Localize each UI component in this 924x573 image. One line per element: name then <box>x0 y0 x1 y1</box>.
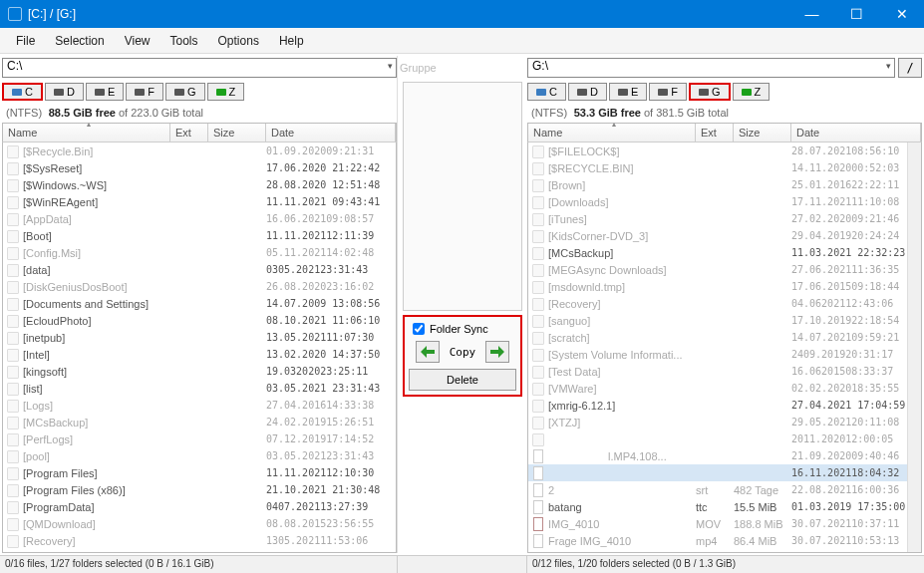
list-item[interactable]: [Intel]13.02.2020 14:37:50 <box>3 346 396 363</box>
folder-icon <box>532 314 544 328</box>
col-name[interactable]: Name▴ <box>528 124 696 142</box>
drive-button-e[interactable]: E <box>609 83 647 101</box>
list-item[interactable]: [Downloads]17.11.202111:10:08 <box>528 193 921 210</box>
close-button[interactable]: ✕ <box>879 0 924 28</box>
folder-sync-checkbox-row[interactable]: Folder Sync <box>409 323 516 335</box>
folder-icon <box>532 382 544 396</box>
drive-button-g[interactable]: G <box>165 83 205 101</box>
list-item[interactable]: [XTZJ]29.05.202120:11:08 <box>528 414 921 430</box>
folder-icon <box>7 348 19 362</box>
drive-button-d[interactable]: D <box>568 83 607 101</box>
list-item[interactable]: batangttc15.5 MiB01.03.2019 17:35:00 <box>528 498 921 515</box>
right-list-header: Name▴ Ext Size Date <box>527 123 922 143</box>
list-item[interactable]: [DiskGeniusDosBoot]26.08.202023:16:02 <box>3 278 396 295</box>
folder-icon <box>7 365 19 379</box>
col-date[interactable]: Date <box>266 124 396 142</box>
list-item[interactable]: [Recovery]04.06202112:43:06 <box>528 295 921 312</box>
folder-icon <box>7 331 19 345</box>
list-item[interactable]: [Logs]27.04.201614:33:38 <box>3 397 396 414</box>
list-item[interactable]: [Recovery]1305.202111:53:06 <box>3 532 396 549</box>
folder-sync-checkbox[interactable] <box>413 323 425 335</box>
col-date[interactable]: Date <box>791 124 921 142</box>
list-item[interactable]: l.MP4.108...21.09.202009:40:46 <box>528 447 921 464</box>
list-item[interactable]: [Boot]11.11.202112:11:39 <box>3 227 396 244</box>
drive-button-g[interactable]: G <box>689 83 731 101</box>
list-item[interactable]: [$WinREAgent]11.11.2021 09:43:41 <box>3 193 396 210</box>
list-item[interactable]: [Program Files]11.11.202112:10:30 <box>3 464 396 481</box>
list-item[interactable]: [xmrig-6.12.1]27.04.2021 17:04:59 <box>528 397 921 414</box>
drive-button-c[interactable]: C <box>527 83 566 101</box>
list-item[interactable]: [list]03.05.2021 23:31:43 <box>3 380 396 397</box>
list-item[interactable]: [data]0305.202123:31:43 <box>3 261 396 278</box>
menu-file[interactable]: File <box>6 30 45 52</box>
col-size[interactable]: Size <box>208 124 266 142</box>
minimize-button[interactable]: — <box>789 0 834 28</box>
list-item[interactable]: [$FILELOCK$]28.07.202108:56:10 <box>528 143 921 159</box>
delete-button[interactable]: Delete <box>409 369 516 391</box>
list-item[interactable]: [QMDownload]08.08.201523:56:55 <box>3 515 396 532</box>
drive-button-d[interactable]: D <box>45 83 84 101</box>
menu-tools[interactable]: Tools <box>160 30 208 52</box>
list-item[interactable]: [$Windows.~WS]28.08.2020 12:51:48 <box>3 176 396 193</box>
file-icon <box>532 500 544 514</box>
list-item[interactable]: [System Volume Informati...2409.201920:3… <box>528 346 921 363</box>
list-item[interactable]: [Brown]25.01.201622:22:11 <box>528 176 921 193</box>
list-item[interactable]: [Documents and Settings]14.07.2009 13:08… <box>3 295 396 312</box>
list-item[interactable]: [PerfLogs]07.12.201917:14:52 <box>3 430 396 447</box>
list-item[interactable]: [kingsoft]19.03202023:25:11 <box>3 363 396 380</box>
statusbar: 0/16 files, 1/27 folders selected (0 B /… <box>0 555 924 573</box>
right-path-combo[interactable]: G:\ ▾ <box>527 58 895 78</box>
list-item[interactable]: 2srt482 Tage22.08.202116:00:36 <box>528 481 921 498</box>
list-item[interactable]: [pool]03.05.202123:31:43 <box>3 447 396 464</box>
menu-view[interactable]: View <box>115 30 160 52</box>
menu-options[interactable]: Options <box>208 30 269 52</box>
copy-right-button[interactable] <box>485 341 509 363</box>
list-item[interactable]: [$SysReset]17.06.2020 21:22:42 <box>3 159 396 176</box>
col-size[interactable]: Size <box>734 124 791 142</box>
list-item[interactable]: IMG_4010MOV188.8 MiB30.07.202110:37:11 <box>528 515 921 532</box>
list-item[interactable]: [Config.Msi]05.11.202114:02:48 <box>3 244 396 261</box>
list-item[interactable]: [$RECYCLE.BIN]14.11.202000:52:03 <box>528 159 921 176</box>
left-path-combo[interactable]: C:\ ▾ <box>2 58 397 78</box>
list-item[interactable]: [EcloudPhoto]08.10.2021 11:06:10 <box>3 312 396 329</box>
copy-left-button[interactable] <box>416 341 440 363</box>
maximize-button[interactable]: ☐ <box>834 0 879 28</box>
drive-button-z[interactable]: Z <box>733 83 770 101</box>
list-item[interactable]: Frage IMG_4010mp486.4 MiB30.07.202110:53… <box>528 532 921 549</box>
list-item[interactable]: 2011.202012:00:05 <box>528 430 921 447</box>
list-item[interactable]: [scratch]14.07.202109:59:21 <box>528 329 921 346</box>
list-item[interactable]: [iTunes]27.02.202009:21:46 <box>528 210 921 227</box>
list-item[interactable]: 16.11.202118:04:32 <box>528 464 921 481</box>
list-item[interactable]: [Test Data]16.06201508:33:37 <box>528 363 921 380</box>
list-item[interactable]: [inetpub]13.05.202111:07:30 <box>3 329 396 346</box>
list-item[interactable]: [KidsCorner-DVD_3]29.04.201920:24:24 <box>528 227 921 244</box>
list-item[interactable]: [MEGAsync Downloads]27.06.202111:36:35 <box>528 261 921 278</box>
list-item[interactable]: [sanguo]17.10.201922:18:54 <box>528 312 921 329</box>
list-item[interactable]: [$Recycle.Bin]01.09.202009:21:31 <box>3 143 396 159</box>
list-item[interactable]: [AppData]16.06.202109:08:57 <box>3 210 396 227</box>
drive-button-f[interactable]: F <box>649 83 687 101</box>
list-item[interactable]: [MCsBackup]24.02.201915:26:51 <box>3 414 396 430</box>
col-name[interactable]: Name▴ <box>3 124 170 142</box>
menu-help[interactable]: Help <box>269 30 314 52</box>
drive-icon <box>174 89 184 96</box>
folder-sync-box: Folder Sync Copy Delete <box>403 315 522 397</box>
list-item[interactable]: [Program Files (x86)]21.10.2021 21:30:48 <box>3 481 396 498</box>
scrollbar[interactable] <box>907 143 921 552</box>
drive-button-e[interactable]: E <box>86 83 124 101</box>
root-button[interactable]: / <box>898 58 922 78</box>
drive-button-f[interactable]: F <box>126 83 163 101</box>
drive-button-c[interactable]: C <box>2 83 43 101</box>
right-file-list[interactable]: [$FILELOCK$]28.07.202108:56:10[$RECYCLE.… <box>527 143 922 553</box>
drive-icon <box>54 89 64 96</box>
menu-selection[interactable]: Selection <box>45 30 114 52</box>
col-ext[interactable]: Ext <box>696 124 734 142</box>
col-ext[interactable]: Ext <box>170 124 208 142</box>
list-item[interactable]: [VMWare]02.02.202018:35:55 <box>528 380 921 397</box>
list-item[interactable]: [MCsBackup]11.03.2021 22:32:23 <box>528 244 921 261</box>
list-item[interactable]: [ProgramData]0407.202113:27:39 <box>3 498 396 515</box>
drive-button-z[interactable]: Z <box>207 83 245 101</box>
drive-icon <box>699 89 709 96</box>
list-item[interactable]: [msdownld.tmp]17.06.201509:18:44 <box>528 278 921 295</box>
left-file-list[interactable]: [$Recycle.Bin]01.09.202009:21:31[$SysRes… <box>2 143 397 553</box>
